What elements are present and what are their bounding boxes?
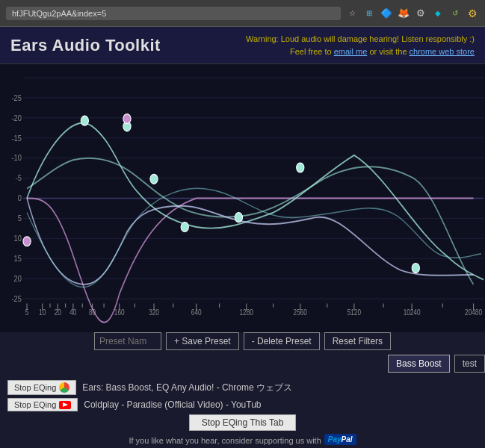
extension-icon2[interactable]: 🔷 [380,7,393,20]
stop-eq-chrome-button[interactable]: Stop EQing [7,380,76,395]
svg-text:-10: -10 [11,154,22,163]
paypal-badge[interactable]: PayPal [324,434,356,445]
settings-icon[interactable]: ⚙ [466,7,479,20]
email-link[interactable]: email me [334,47,368,56]
controls-row1: + Save Preset - Delete Preset Reset Filt… [0,332,485,350]
svg-text:-25: -25 [11,93,22,102]
extension-icon1[interactable]: ⊞ [362,7,376,20]
svg-text:10: 10 [14,234,22,243]
app-container: Ears Audio Toolkit Warning: Loud audio w… [0,27,485,448]
svg-point-68 [23,237,31,246]
svg-point-69 [123,114,131,124]
svg-text:-15: -15 [11,134,22,143]
reset-filters-button[interactable]: Reset Filters [324,332,391,350]
extension-icon4[interactable]: ⚙ [414,7,427,20]
svg-text:-20: -20 [11,113,22,122]
tab-row-chrome: Stop EQing Ears: Bass Boost, EQ Any Audi… [7,380,478,395]
eq-graph: -25 -20 -15 -10 -5 0 5 10 15 20 -25 5 10… [0,64,485,332]
browser-chrome: hfJFUtQgu2pAA&index=5 ☆ ⊞ 🔷 🦊 ⚙ ◆ ↺ ⚙ [0,0,485,27]
stop-eq-tab-button[interactable]: Stop EQing This Tab [189,414,297,431]
test-button[interactable]: test [454,355,485,373]
tab-row-youtube: Stop EQing Coldplay - Paradise (Official… [7,398,478,411]
svg-point-65 [235,213,242,223]
stop-eq-yt-label: Stop EQing [14,400,56,409]
header-warning: Warning: Loud audio will damage hearing!… [246,33,475,57]
svg-text:5: 5 [18,214,22,223]
extension-icon6[interactable]: ↺ [448,7,462,20]
svg-text:15: 15 [14,254,22,263]
delete-preset-button[interactable]: - Delete Preset [244,332,320,350]
svg-point-67 [412,264,419,273]
svg-text:20: 20 [14,274,22,283]
address-bar[interactable]: hfJFUtQgu2pAA&index=5 [6,7,341,20]
svg-text:-25: -25 [11,294,22,303]
bass-boost-button[interactable]: Bass Boost [388,355,450,373]
footer-row: If you like what you hear, consider supp… [7,434,478,445]
browser-icons: ☆ ⊞ 🔷 🦊 ⚙ ◆ ↺ ⚙ [345,7,479,20]
svg-point-66 [297,163,304,172]
warning-line2: Feel free to email me or visit the chrom… [246,46,475,58]
eq-svg[interactable]: -25 -20 -15 -10 -5 0 5 10 15 20 -25 5 10… [0,64,485,332]
controls-row2: Bass Boost test [0,355,485,373]
svg-point-63 [150,174,158,184]
stop-eq-this-tab-container: Stop EQing This Tab [7,414,478,431]
chrome-icon [59,382,69,393]
chrome-tab-link: Ears: Bass Boost, EQ Any Audio! - Chrome… [82,382,292,394]
stop-eq-youtube-button[interactable]: Stop EQing [7,398,78,411]
svg-point-61 [81,116,88,125]
save-preset-button[interactable]: + Save Preset [166,332,239,350]
svg-text:0: 0 [18,193,22,202]
preset-name-input[interactable] [94,332,161,350]
youtube-icon [59,401,71,409]
chrome-store-link[interactable]: chrome web store [410,47,475,56]
tabs-area: Stop EQing Ears: Bass Boost, EQ Any Audi… [0,377,485,448]
paypal-text: Pay [328,435,342,444]
svg-point-64 [181,223,188,232]
warning-line1: Warning: Loud audio will damage hearing!… [246,33,475,46]
stop-eq-chrome-label: Stop EQing [14,383,56,392]
app-title: Ears Audio Toolkit [10,36,161,55]
app-header: Ears Audio Toolkit Warning: Loud audio w… [0,27,485,64]
youtube-tab-link: Coldplay - Paradise (Official Video) - Y… [84,399,261,410]
extension-icon3[interactable]: 🦊 [397,7,410,20]
svg-text:-5: -5 [16,173,22,182]
star-icon[interactable]: ☆ [345,7,359,20]
footer-text: If you like what you hear, consider supp… [129,436,321,445]
extension-icon5[interactable]: ◆ [431,7,445,20]
